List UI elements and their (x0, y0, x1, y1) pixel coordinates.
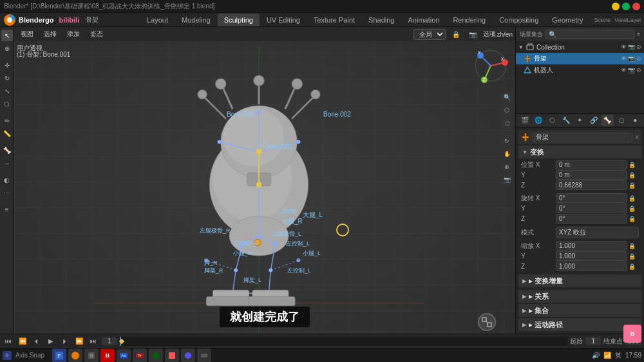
prop-tab-scene[interactable]: 🎬 (518, 115, 531, 126)
taskbar-icon-1[interactable]: F (52, 348, 66, 363)
bilibili-btn[interactable]: B (623, 325, 641, 334)
tl-jump-start[interactable]: ⏮ (3, 336, 14, 347)
view-pan-btn[interactable]: ✋ (501, 148, 513, 160)
prop-tab-world[interactable]: 🌐 (532, 115, 544, 126)
viewport-camera-btn[interactable]: 📷 (465, 30, 480, 39)
scale-z-value[interactable]: 1.000 (556, 262, 627, 271)
armature-eye-icon[interactable]: 👁 (621, 55, 627, 62)
tool-rotate[interactable]: ↻ (1, 72, 13, 84)
tl-play-fwd[interactable]: ⏵ (59, 336, 71, 347)
tab-geometry[interactable]: Geometry (545, 14, 589, 26)
current-frame-display[interactable]: 1 (102, 337, 117, 345)
rotation-z-lock[interactable]: 🔒 (629, 216, 639, 222)
network-icon[interactable]: 📶 (603, 352, 611, 359)
maximize-button[interactable] (622, 3, 630, 10)
tool-move[interactable]: ✛ (1, 59, 13, 71)
select-menu[interactable]: 选择 (40, 29, 61, 39)
viewport[interactable]: 视图 选择 添加 姿态 全局 局部 🔒 📷 选项 zh/en (14, 27, 515, 334)
tab-layout[interactable]: Layout (140, 14, 175, 26)
position-z-value[interactable]: 0.66288 (556, 180, 627, 190)
scale-x-value[interactable]: 1.000 (556, 241, 627, 251)
start-frame-value[interactable]: 1 (585, 337, 601, 345)
mesh-eye-icon[interactable]: 👁 (621, 67, 627, 73)
tab-compositing[interactable]: Compositing (493, 14, 545, 26)
tl-play[interactable]: ▶ (45, 336, 57, 347)
position-y-lock[interactable]: 🔒 (629, 172, 639, 178)
rotation-y-value[interactable]: 0° (556, 204, 627, 213)
viewport-gizmo[interactable]: X Z Y (471, 46, 510, 85)
tab-modeling[interactable]: Modeling (175, 14, 217, 26)
viewport-lock-btn[interactable]: 🔒 (448, 30, 464, 39)
prop-tab-data[interactable]: ◻ (615, 115, 627, 126)
tl-play-back[interactable]: ⏴ (31, 336, 43, 347)
tool-extrude[interactable]: → (1, 157, 13, 169)
volume-icon[interactable]: 🔊 (592, 352, 600, 359)
rotation-x-value[interactable]: 0° (556, 193, 627, 203)
tab-uv[interactable]: UV Editing (260, 14, 307, 26)
tool-measure[interactable]: 📏 (1, 128, 13, 139)
taskbar-icon-9[interactable] (197, 348, 211, 363)
tool-bone-add[interactable]: 🦴 (1, 144, 13, 156)
tl-prev-keyframe[interactable]: ⏪ (17, 336, 28, 347)
tool-cursor[interactable]: ⊕ (1, 43, 13, 54)
position-x-lock[interactable]: 🔒 (629, 162, 639, 168)
prop-tab-material[interactable]: ● (629, 115, 641, 126)
taskbar-icon-7[interactable] (165, 348, 179, 363)
transform-delta-header[interactable]: ▶ ▸ 变换增量 (518, 274, 641, 287)
minimize-button[interactable] (612, 3, 620, 10)
scale-y-value[interactable]: 1.000 (556, 251, 627, 261)
view-zoom-btn[interactable]: ⊕ (501, 161, 513, 173)
taskbar-icon-4[interactable]: Ae (117, 348, 131, 363)
tool-transform[interactable]: ⬡ (1, 98, 13, 110)
armature-name-input[interactable] (533, 133, 632, 142)
mesh-camera-icon[interactable]: 📷 (628, 67, 635, 73)
lang-toggle[interactable]: zh/en (497, 31, 513, 38)
scale-z-lock[interactable]: 🔒 (629, 263, 639, 270)
tab-sculpting[interactable]: Sculpting (218, 14, 260, 26)
transform-section-header[interactable]: ▼ 变换 (518, 146, 641, 158)
tool-weight[interactable]: ◐ (1, 174, 13, 186)
taskbar-icon-8[interactable] (181, 348, 195, 363)
position-y-value[interactable]: 0 m (556, 170, 627, 180)
view-local-btn[interactable]: ◻ (501, 117, 513, 129)
tab-animation[interactable]: Animation (401, 14, 446, 26)
tool-select[interactable]: ↖ (1, 30, 13, 41)
outliner-armature[interactable]: 骨架 👁 📷 ⊙ (516, 53, 644, 64)
view-perspective-btn[interactable]: ⬡ (501, 104, 513, 116)
armature-render-icon[interactable]: ⊙ (636, 55, 641, 62)
pose-menu[interactable]: 姿态 (86, 29, 107, 39)
armature-options-btn[interactable]: X (635, 134, 639, 140)
mode-selector[interactable]: 全局 局部 (413, 29, 446, 40)
tool-extra[interactable]: ≡ (1, 204, 13, 215)
tl-next-keyframe[interactable]: ⏩ (73, 336, 85, 347)
outliner-options-btn[interactable]: ≡ (637, 31, 640, 37)
tool-relax[interactable]: ⋯ (1, 187, 13, 198)
taskbar-icon-5[interactable]: Pr (133, 348, 147, 363)
scale-x-lock[interactable]: 🔒 (629, 243, 639, 249)
prop-tab-modifier[interactable]: 🔧 (560, 115, 572, 126)
view-camera-btn[interactable]: 📷 (501, 174, 513, 186)
overlay-indicator[interactable] (478, 313, 496, 331)
timeline-bar[interactable] (120, 337, 567, 346)
taskbar-icon-3[interactable]: ⚙ (84, 348, 99, 363)
eye-icon[interactable]: 👁 (621, 44, 627, 50)
tab-texture[interactable]: Texture Paint (307, 14, 361, 26)
relations-section-header[interactable]: ▶ ▸ 关系 (518, 290, 641, 303)
view-menu[interactable]: 视图 (17, 29, 37, 39)
taskbar-icon-6[interactable] (149, 348, 163, 363)
tab-shading[interactable]: Shading (362, 14, 401, 26)
taskbar-bilibili-icon[interactable]: B (100, 348, 115, 363)
prop-tab-object[interactable]: ⬡ (546, 115, 558, 126)
outliner-search[interactable] (545, 30, 634, 39)
outliner-mesh[interactable]: 机器人 👁 📷 ⊙ (516, 64, 644, 76)
tool-annotate[interactable]: ✏ (1, 115, 13, 126)
taskbar-icon-2[interactable] (68, 348, 82, 363)
blender-icon[interactable]: B (3, 351, 12, 360)
prop-tab-constraints[interactable]: 🔗 (587, 115, 600, 126)
prop-tab-armature[interactable]: 🦴 (601, 115, 614, 126)
add-menu[interactable]: 添加 (63, 29, 84, 39)
rotation-z-value[interactable]: 0° (556, 214, 627, 224)
position-x-value[interactable]: 0 m (556, 160, 627, 169)
tool-scale[interactable]: ⤡ (1, 85, 13, 97)
tab-rendering[interactable]: Rendering (446, 14, 492, 26)
